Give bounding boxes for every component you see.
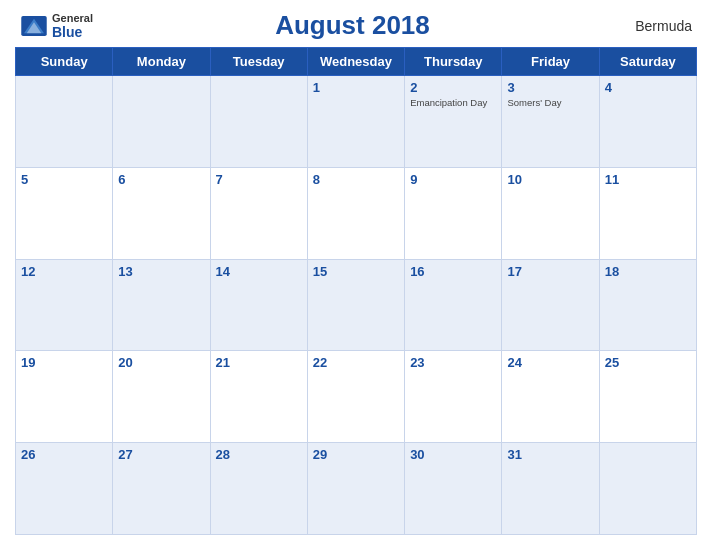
calendar-cell: 1 xyxy=(307,76,404,168)
day-number: 15 xyxy=(313,264,399,279)
day-number: 28 xyxy=(216,447,302,462)
calendar-cell: 22 xyxy=(307,351,404,443)
day-number: 22 xyxy=(313,355,399,370)
calendar-cell: 11 xyxy=(599,167,696,259)
day-number: 2 xyxy=(410,80,496,95)
calendar-week-0: 12Emancipation Day3Somers' Day4 xyxy=(16,76,697,168)
calendar-cell: 26 xyxy=(16,443,113,535)
logo-general-text: General xyxy=(52,12,93,24)
calendar-week-1: 567891011 xyxy=(16,167,697,259)
region-label: Bermuda xyxy=(612,18,692,34)
days-of-week-row: Sunday Monday Tuesday Wednesday Thursday… xyxy=(16,48,697,76)
logo-icon xyxy=(20,16,48,36)
calendar-body: 12Emancipation Day3Somers' Day4567891011… xyxy=(16,76,697,535)
calendar-week-4: 262728293031 xyxy=(16,443,697,535)
calendar-cell: 28 xyxy=(210,443,307,535)
day-number: 12 xyxy=(21,264,107,279)
day-number: 29 xyxy=(313,447,399,462)
day-number: 31 xyxy=(507,447,593,462)
calendar-header: General Blue August 2018 Bermuda xyxy=(15,10,697,41)
dow-sunday: Sunday xyxy=(16,48,113,76)
day-number: 20 xyxy=(118,355,204,370)
day-number: 13 xyxy=(118,264,204,279)
day-number: 1 xyxy=(313,80,399,95)
calendar-cell: 24 xyxy=(502,351,599,443)
day-number: 6 xyxy=(118,172,204,187)
calendar-cell: 31 xyxy=(502,443,599,535)
calendar-cell: 20 xyxy=(113,351,210,443)
day-number: 14 xyxy=(216,264,302,279)
logo: General Blue xyxy=(20,12,93,40)
day-number: 8 xyxy=(313,172,399,187)
calendar-cell xyxy=(113,76,210,168)
calendar-cell: 18 xyxy=(599,259,696,351)
logo-blue-text: Blue xyxy=(52,24,93,40)
dow-wednesday: Wednesday xyxy=(307,48,404,76)
calendar-cell: 17 xyxy=(502,259,599,351)
dow-saturday: Saturday xyxy=(599,48,696,76)
day-number: 3 xyxy=(507,80,593,95)
calendar-cell xyxy=(599,443,696,535)
calendar-cell: 6 xyxy=(113,167,210,259)
day-number: 16 xyxy=(410,264,496,279)
calendar-cell: 30 xyxy=(405,443,502,535)
calendar-cell: 19 xyxy=(16,351,113,443)
calendar-title: August 2018 xyxy=(93,10,612,41)
calendar-cell: 5 xyxy=(16,167,113,259)
day-number: 11 xyxy=(605,172,691,187)
calendar-cell: 12 xyxy=(16,259,113,351)
holiday-label: Somers' Day xyxy=(507,97,593,109)
calendar-cell: 16 xyxy=(405,259,502,351)
holiday-label: Emancipation Day xyxy=(410,97,496,109)
calendar-cell xyxy=(210,76,307,168)
day-number: 7 xyxy=(216,172,302,187)
calendar-cell: 25 xyxy=(599,351,696,443)
calendar-cell: 29 xyxy=(307,443,404,535)
day-number: 26 xyxy=(21,447,107,462)
day-number: 25 xyxy=(605,355,691,370)
day-number: 9 xyxy=(410,172,496,187)
day-number: 30 xyxy=(410,447,496,462)
calendar-cell: 15 xyxy=(307,259,404,351)
calendar-table: Sunday Monday Tuesday Wednesday Thursday… xyxy=(15,47,697,535)
day-number: 18 xyxy=(605,264,691,279)
calendar-cell: 9 xyxy=(405,167,502,259)
calendar-cell xyxy=(16,76,113,168)
calendar-cell: 8 xyxy=(307,167,404,259)
calendar-header-row: Sunday Monday Tuesday Wednesday Thursday… xyxy=(16,48,697,76)
day-number: 23 xyxy=(410,355,496,370)
day-number: 4 xyxy=(605,80,691,95)
day-number: 5 xyxy=(21,172,107,187)
day-number: 10 xyxy=(507,172,593,187)
calendar-cell: 27 xyxy=(113,443,210,535)
calendar-cell: 4 xyxy=(599,76,696,168)
day-number: 19 xyxy=(21,355,107,370)
calendar-cell: 23 xyxy=(405,351,502,443)
day-number: 17 xyxy=(507,264,593,279)
day-number: 21 xyxy=(216,355,302,370)
day-number: 27 xyxy=(118,447,204,462)
dow-thursday: Thursday xyxy=(405,48,502,76)
calendar-cell: 3Somers' Day xyxy=(502,76,599,168)
calendar-cell: 14 xyxy=(210,259,307,351)
logo-text: General Blue xyxy=(52,12,93,40)
calendar-cell: 13 xyxy=(113,259,210,351)
calendar-cell: 21 xyxy=(210,351,307,443)
dow-monday: Monday xyxy=(113,48,210,76)
calendar-cell: 10 xyxy=(502,167,599,259)
calendar-week-2: 12131415161718 xyxy=(16,259,697,351)
day-number: 24 xyxy=(507,355,593,370)
dow-friday: Friday xyxy=(502,48,599,76)
calendar-cell: 2Emancipation Day xyxy=(405,76,502,168)
calendar-cell: 7 xyxy=(210,167,307,259)
dow-tuesday: Tuesday xyxy=(210,48,307,76)
calendar-week-3: 19202122232425 xyxy=(16,351,697,443)
